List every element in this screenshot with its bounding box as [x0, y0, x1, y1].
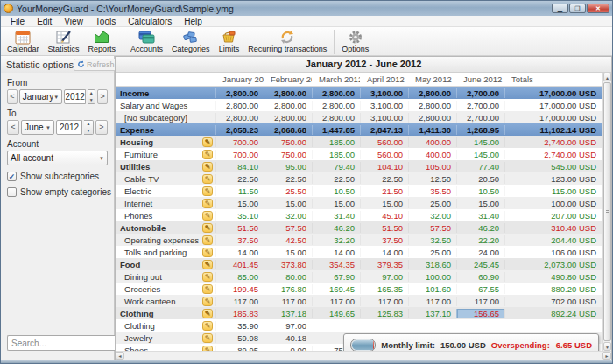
value-cell[interactable]: 137.10: [408, 309, 456, 318]
value-cell[interactable]: 700.00: [215, 150, 264, 159]
menu-item-file[interactable]: File: [4, 17, 31, 26]
value-cell[interactable]: 10.50: [456, 186, 504, 196]
total-cell[interactable]: 880.20 USD: [504, 284, 603, 294]
value-cell[interactable]: 199.45: [215, 284, 264, 294]
menu-item-tools[interactable]: Tools: [89, 17, 122, 26]
value-cell[interactable]: 185.83: [215, 309, 264, 318]
value-cell[interactable]: 373.80: [264, 260, 312, 270]
menu-item-edit[interactable]: Edit: [31, 17, 58, 26]
column-header-may-2012[interactable]: May 2012: [408, 73, 456, 86]
scroll-up-icon[interactable]: ▲: [603, 73, 611, 81]
vertical-scrollbar[interactable]: ▲ ▼: [602, 73, 611, 351]
category-cell[interactable]: Food✎: [116, 260, 215, 270]
edit-limit-icon[interactable]: ✎: [202, 248, 213, 257]
total-cell[interactable]: 17,000.00 USD: [504, 101, 603, 110]
value-cell[interactable]: 185.00: [312, 137, 360, 147]
table-row-food-14[interactable]: Food✎401.45373.80354.35379.35318.60245.4…: [116, 258, 602, 270]
category-cell[interactable]: Housing✎: [116, 137, 215, 147]
table-row-income-0[interactable]: Income2,800.002,800.002,800.003,100.002,…: [116, 87, 602, 99]
total-cell[interactable]: 702.00 USD: [504, 297, 603, 306]
value-cell[interactable]: 60.90: [456, 272, 504, 282]
from-year-input[interactable]: 2012: [64, 89, 86, 104]
value-cell[interactable]: 32.00: [408, 211, 456, 220]
value-cell[interactable]: 24.00: [456, 248, 504, 257]
value-cell[interactable]: 57.50: [264, 223, 312, 233]
edit-limit-icon[interactable]: ✎: [202, 260, 213, 270]
value-cell[interactable]: 165.35: [360, 284, 408, 294]
menu-item-help[interactable]: Help: [178, 17, 208, 26]
value-cell[interactable]: 401.45: [215, 260, 264, 270]
value-cell[interactable]: 22.50: [264, 174, 312, 184]
value-cell[interactable]: 14.00: [360, 248, 408, 257]
value-cell[interactable]: 2,068.68: [264, 125, 312, 135]
from-prev-button[interactable]: <: [7, 89, 18, 104]
edit-limit-icon[interactable]: ✎: [202, 333, 213, 343]
total-cell[interactable]: 115.00 USD: [504, 186, 603, 196]
value-cell[interactable]: 59.98: [215, 333, 264, 343]
checkbox-unchecked-icon[interactable]: [7, 187, 17, 197]
value-cell[interactable]: 37.50: [215, 235, 264, 245]
value-cell[interactable]: 2,058.23: [215, 125, 264, 135]
checkbox-show-empty-categories[interactable]: Show empty categories: [1, 187, 114, 197]
total-cell[interactable]: 17,000.00 USD: [504, 88, 603, 98]
spin-down-icon[interactable]: ▼: [88, 97, 95, 104]
category-cell[interactable]: Dining out✎: [116, 272, 215, 282]
value-cell[interactable]: 77.40: [456, 162, 504, 172]
value-cell[interactable]: 2,800.00: [215, 88, 264, 98]
search-input[interactable]: [7, 335, 130, 351]
value-cell[interactable]: 21.50: [360, 186, 408, 196]
value-cell[interactable]: 354.35: [312, 260, 360, 270]
table-row-clothing-18[interactable]: Clothing✎185.83137.18149.65125.83137.101…: [116, 307, 602, 319]
value-cell[interactable]: 25.50: [264, 186, 312, 196]
column-header-february-2012[interactable]: February 2012: [264, 73, 312, 86]
value-cell[interactable]: 32.00: [264, 211, 312, 220]
category-cell[interactable]: Expense: [116, 125, 215, 135]
to-prev-button[interactable]: <: [7, 120, 19, 135]
value-cell[interactable]: 1,268.95: [456, 125, 504, 135]
value-cell[interactable]: 245.45: [456, 260, 504, 270]
maximize-button[interactable]: ❐: [569, 4, 586, 13]
value-cell[interactable]: 318.60: [408, 260, 456, 270]
value-cell[interactable]: 117.00: [408, 297, 456, 306]
value-cell[interactable]: 22.50: [360, 174, 408, 184]
value-cell[interactable]: 145.00: [456, 150, 504, 159]
value-cell[interactable]: 2,800.00: [312, 88, 360, 98]
value-cell[interactable]: 149.65: [312, 309, 360, 318]
value-cell[interactable]: 2,700.00: [456, 101, 504, 110]
edit-limit-icon[interactable]: ✎: [202, 150, 213, 159]
value-cell[interactable]: 35.90: [215, 321, 264, 331]
table-row-dining-out-15[interactable]: Dining out✎85.0080.0067.9097.00100.0060.…: [116, 270, 602, 283]
table-row-no-subcategory-2[interactable]: [No subcategory]2,800.002,800.002,800.00…: [116, 111, 602, 123]
column-header-january-2012[interactable]: January 2012: [215, 73, 264, 86]
value-cell[interactable]: 2,700.00: [456, 88, 504, 98]
category-cell[interactable]: Operating expenses✎: [116, 235, 215, 245]
value-cell[interactable]: 15.00: [456, 199, 504, 208]
value-cell[interactable]: 3,100.00: [360, 113, 408, 122]
value-cell[interactable]: 42.50: [264, 235, 312, 245]
edit-limit-icon[interactable]: ✎: [202, 137, 213, 147]
value-cell[interactable]: 117.00: [312, 297, 360, 306]
close-button[interactable]: ✕: [587, 4, 609, 13]
value-cell[interactable]: 20.50: [456, 174, 504, 184]
value-cell[interactable]: 32.20: [312, 235, 360, 245]
calendar-button[interactable]: Calendar: [3, 28, 44, 53]
category-cell[interactable]: Electric✎: [116, 186, 215, 196]
scroll-down-icon[interactable]: ▼: [603, 342, 611, 351]
value-cell[interactable]: 15.00: [215, 199, 264, 208]
value-cell[interactable]: 560.00: [360, 137, 408, 147]
edit-limit-icon[interactable]: ✎: [202, 235, 213, 245]
table-row-internet-9[interactable]: Internet✎15.0015.0015.0015.0025.0015.001…: [116, 197, 602, 209]
value-cell[interactable]: 2,800.00: [264, 101, 312, 110]
value-cell[interactable]: 145.00: [456, 137, 504, 147]
value-cell[interactable]: 400.00: [408, 150, 456, 159]
value-cell[interactable]: 117.00: [215, 297, 264, 306]
table-row-operating-expenses-12[interactable]: Operating expenses✎37.5042.5032.2037.503…: [116, 234, 602, 246]
edit-limit-icon[interactable]: ✎: [202, 346, 213, 352]
table-row-electric-8[interactable]: Electric✎11.5025.5010.5021.5035.5010.501…: [116, 185, 602, 197]
edit-limit-icon[interactable]: ✎: [202, 174, 213, 184]
value-cell[interactable]: 22.50: [215, 174, 264, 184]
menu-item-view[interactable]: View: [58, 17, 89, 26]
category-cell[interactable]: Tolls and parking✎: [116, 248, 215, 257]
value-cell[interactable]: 12.50: [408, 174, 456, 184]
category-cell[interactable]: [No subcategory]: [116, 113, 215, 122]
